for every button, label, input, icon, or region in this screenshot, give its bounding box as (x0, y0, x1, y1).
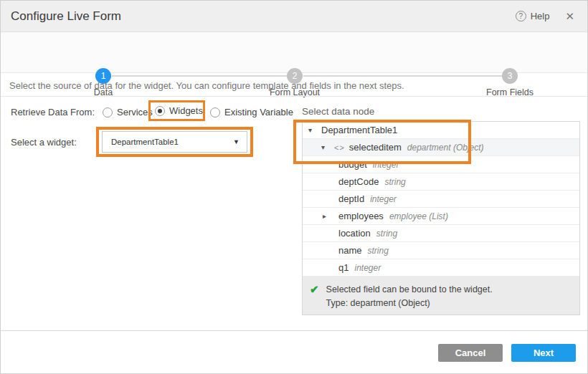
tree-node-deptCode[interactable]: deptCodestring (303, 173, 579, 191)
tree-node-location[interactable]: locationstring (303, 225, 579, 242)
stepper-connector (303, 75, 502, 77)
tree-node-type: employee (List) (389, 211, 448, 221)
chevron-down-icon[interactable]: ▾ (321, 143, 334, 151)
tree-node-type: integer (354, 263, 381, 273)
tree-node-label: budget (338, 159, 367, 170)
radio-widgets-label: Widgets (169, 105, 203, 116)
tree-node-label: deptCode (338, 176, 379, 187)
chevron-right-icon[interactable]: ▸ (323, 212, 338, 220)
select-data-node-title: Select data node (302, 106, 374, 117)
step-circle-form-fields[interactable]: 3 (502, 68, 518, 84)
help-label: Help (531, 11, 550, 21)
tree-node-type: string (368, 246, 389, 256)
binding-status-line2: Type: department (Object) (326, 297, 493, 310)
stepper-connector (112, 75, 287, 77)
tree-node-type: integer (370, 194, 397, 204)
section-divider (1, 96, 587, 97)
radio-existing-variable-label: Existing Variable (224, 107, 293, 118)
radio-existing-variable-circle[interactable] (210, 107, 220, 118)
tree-node-label: q1 (338, 262, 348, 273)
annotation-box-widgets: Widgets (148, 100, 205, 121)
widget-select-value: DepartmentTable1 (111, 138, 179, 146)
radio-services-circle[interactable] (103, 107, 113, 118)
annotation-box-widget-select: DepartmentTable1 ▼ (96, 127, 253, 157)
chevron-down-icon: ▼ (233, 138, 240, 145)
radio-existing-variable[interactable]: Existing Variable (210, 107, 293, 118)
tree-node-label: location (338, 228, 371, 239)
tree-node-label: DepartmentTable1 (321, 125, 397, 135)
configure-live-form-dialog: Configure Live Form ? Help ✕ 1 2 3 Data … (0, 0, 588, 374)
binding-status-line1: Selected field can be bound to the widge… (326, 283, 493, 297)
tree-node-label: name (338, 245, 362, 256)
tree-node-name[interactable]: namestring (303, 242, 579, 259)
help-button[interactable]: ? Help (516, 11, 550, 21)
binding-status: ✔ Selected field can be bound to the wid… (303, 277, 579, 315)
radio-widgets[interactable]: Widgets (155, 105, 203, 116)
chevron-down-icon[interactable]: ▾ (308, 126, 321, 134)
select-widget-label: Select a widget: (11, 137, 77, 148)
tree-node-budget[interactable]: budgetinteger (303, 156, 579, 173)
radio-widgets-circle[interactable] (155, 106, 165, 116)
instruction-text: Select the source of data for the widget… (9, 80, 404, 91)
close-icon[interactable]: ✕ (565, 10, 574, 23)
object-icon: <> (334, 143, 345, 152)
tree-node-type: integer (373, 160, 399, 170)
radio-services-label: Services (117, 107, 153, 118)
tree-node-type: department (Object) (407, 143, 484, 153)
next-button[interactable]: Next (511, 344, 576, 362)
dialog-titlebar: Configure Live Form ? Help ✕ (1, 1, 587, 32)
wizard-stepper: 1 2 3 Data Form Layout Form Fields (1, 32, 587, 73)
tree-node-deptId[interactable]: deptIdinteger (303, 191, 579, 208)
help-icon: ? (516, 11, 526, 21)
tree-node-label: employees (338, 211, 384, 221)
data-node-tree: ▾DepartmentTable1▾<>selecteditemdepartme… (302, 121, 580, 315)
tree-node-q1[interactable]: q1integer (303, 259, 579, 277)
radio-services[interactable]: Services (103, 107, 153, 118)
tree-node-selecteditem[interactable]: ▾<>selecteditemdepartment (Object) (303, 139, 579, 156)
cancel-button[interactable]: Cancel (438, 344, 503, 362)
tree-node-employees[interactable]: ▸employeesemployee (List) (303, 208, 579, 225)
tree-node-label: deptId (338, 193, 364, 204)
widget-select[interactable]: DepartmentTable1 ▼ (102, 131, 247, 153)
retrieve-data-from-label: Retrieve Data From: (11, 107, 95, 118)
check-icon: ✔ (310, 283, 319, 315)
tree-node-label: selecteditem (349, 142, 402, 153)
tree-node-type: string (384, 177, 405, 187)
tree-node-DepartmentTable1[interactable]: ▾DepartmentTable1 (303, 122, 579, 139)
dialog-title: Configure Live Form (11, 9, 121, 24)
footer-divider (1, 330, 587, 331)
tree-node-type: string (376, 229, 397, 239)
